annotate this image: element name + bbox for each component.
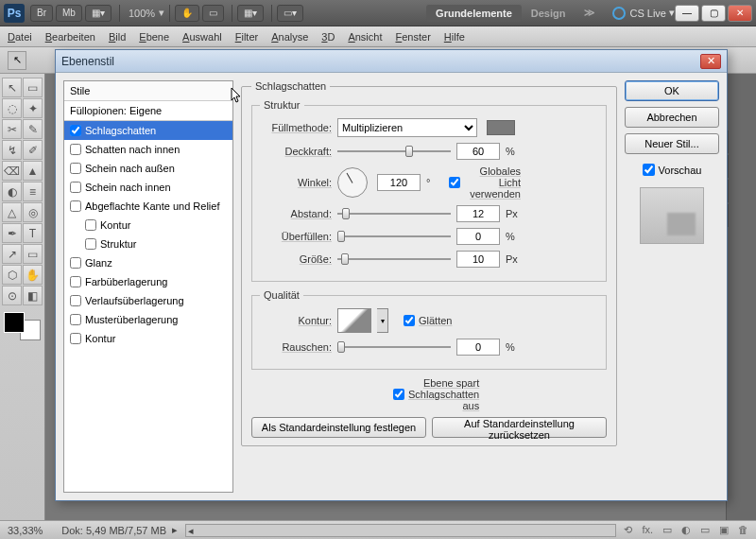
angle-dial[interactable] [337, 167, 368, 198]
tool[interactable]: ⊙ [2, 286, 22, 305]
style-item[interactable]: Schlagschatten [64, 121, 232, 140]
make-default-button[interactable]: Als Standardeinstellung festlegen [251, 417, 426, 438]
toolbar-btn[interactable]: ▦▾ [85, 5, 112, 22]
tool[interactable]: ▲ [23, 161, 43, 181]
menu-item[interactable]: Auswahl [182, 31, 222, 43]
cancel-button[interactable]: Abbrechen [625, 107, 719, 128]
menu-item[interactable]: Bearbeiten [45, 31, 95, 43]
workspace-tab[interactable]: Design [522, 5, 576, 22]
close-button[interactable]: ✕ [728, 5, 752, 22]
menu-item[interactable]: Bild [109, 31, 126, 43]
noise-slider[interactable] [337, 339, 451, 355]
color-swatches[interactable] [4, 312, 41, 340]
tool[interactable]: ◐ [2, 182, 22, 201]
adjust-icon[interactable]: ◐ [681, 524, 691, 536]
shadow-color-swatch[interactable] [487, 120, 515, 135]
knockout-checkbox[interactable]: Ebene spart Schlagschatten aus [393, 377, 465, 411]
size-input[interactable] [456, 251, 500, 268]
reset-default-button[interactable]: Auf Standardeinstellung zurücksetzen [432, 417, 607, 438]
contour-dropdown[interactable]: ▾ [377, 308, 388, 333]
status-zoom[interactable]: 33,33% [8, 525, 43, 536]
mask-icon[interactable]: ▭ [662, 524, 672, 536]
noise-input[interactable] [456, 339, 500, 356]
styles-header[interactable]: Stile [64, 81, 232, 101]
style-item[interactable]: Schein nach innen [64, 178, 232, 197]
style-item[interactable]: Glanz [64, 253, 232, 272]
toolbar-btn[interactable]: Mb [56, 5, 82, 22]
new-style-button[interactable]: Neuer Stil... [625, 133, 719, 154]
fx-icon[interactable]: fx. [642, 524, 653, 536]
toolbar-btn[interactable]: ▭▾ [277, 5, 303, 22]
tool[interactable]: ⌫ [2, 161, 22, 181]
preview-checkbox[interactable]: Vorschau [625, 164, 719, 176]
move-tool-icon[interactable]: ↖ [8, 51, 26, 70]
global-light-checkbox[interactable]: Globales Licht verwenden [449, 165, 521, 200]
tool[interactable]: ≡ [23, 182, 43, 201]
tool[interactable]: ✦ [23, 98, 43, 118]
tool[interactable]: ↖ [2, 78, 22, 97]
style-item[interactable]: Kontur [64, 329, 232, 348]
menu-item[interactable]: Hilfe [444, 31, 465, 43]
tool[interactable]: ▭ [23, 78, 43, 97]
menu-item[interactable]: Filter [235, 31, 258, 43]
tool[interactable]: ✂ [2, 119, 22, 139]
opacity-input[interactable] [456, 143, 500, 160]
toolbar-btn[interactable]: Br [30, 5, 53, 22]
dialog-close-button[interactable]: ✕ [700, 54, 721, 69]
tool[interactable]: ✎ [23, 119, 43, 139]
tool[interactable]: ◎ [23, 202, 43, 222]
new-icon[interactable]: ▣ [719, 524, 729, 536]
zoom-value[interactable]: 100% [129, 8, 155, 19]
spread-slider[interactable] [337, 229, 451, 244]
distance-input[interactable] [456, 205, 500, 222]
toolbar-btn[interactable]: ▭ [202, 5, 224, 22]
distance-slider[interactable] [337, 206, 451, 221]
menu-item[interactable]: Ansicht [348, 31, 382, 43]
tool[interactable]: ◧ [23, 286, 43, 305]
menu-item[interactable]: Ebene [139, 31, 169, 43]
folder-icon[interactable]: ▭ [700, 524, 710, 536]
workspace-tab[interactable]: Grundelemente [426, 5, 522, 22]
tool[interactable]: ✒ [2, 223, 22, 243]
tool[interactable]: ⬡ [2, 265, 22, 285]
cslive-button[interactable]: CS Live▾ [612, 7, 675, 20]
menu-item[interactable]: Fenster [395, 31, 430, 43]
style-item[interactable]: Struktur [64, 235, 232, 253]
minimize-button[interactable]: — [675, 5, 699, 22]
dialog-titlebar[interactable]: Ebenenstil ✕ [56, 50, 727, 73]
tool[interactable]: T [23, 223, 43, 243]
tool[interactable]: ◌ [2, 98, 22, 118]
style-item[interactable]: Musterüberlagerung [64, 310, 232, 329]
tool[interactable]: ↗ [2, 244, 22, 264]
size-slider[interactable] [337, 252, 451, 267]
style-item[interactable]: Farbüberlagerung [64, 272, 232, 291]
workspace-more[interactable]: ≫ [575, 4, 605, 22]
angle-input[interactable] [377, 174, 421, 191]
style-item[interactable]: Schatten nach innen [64, 140, 232, 159]
toolbar-btn[interactable]: ▦▾ [237, 5, 264, 22]
ok-button[interactable]: OK [625, 80, 719, 101]
menu-item[interactable]: Analyse [271, 31, 308, 43]
tool[interactable]: ✐ [23, 140, 43, 160]
style-item[interactable]: Abgeflachte Kante und Relief [64, 197, 232, 216]
tool[interactable]: ✋ [23, 265, 43, 285]
opacity-slider[interactable] [337, 144, 451, 159]
style-item[interactable]: Kontur [64, 216, 232, 235]
antialias-checkbox[interactable]: Glätten [404, 315, 475, 326]
spread-input[interactable] [456, 228, 500, 245]
style-item[interactable]: Verlaufsüberlagerung [64, 291, 232, 310]
contour-preview[interactable] [337, 308, 371, 333]
tool[interactable]: ↯ [2, 140, 22, 160]
menu-item[interactable]: Datei [8, 31, 32, 43]
h-scrollbar[interactable]: ◂ [185, 524, 616, 537]
tool[interactable]: △ [2, 202, 22, 222]
tool[interactable]: ▭ [23, 244, 43, 264]
menu-item[interactable]: 3D [321, 31, 335, 43]
link-icon[interactable]: ⟲ [624, 524, 632, 536]
blend-options[interactable]: Füllopionen: Eigene [64, 101, 232, 121]
toolbar-btn[interactable]: ✋ [175, 5, 199, 22]
style-item[interactable]: Schein nach außen [64, 159, 232, 178]
trash-icon[interactable]: 🗑 [738, 524, 748, 536]
blend-mode-select[interactable]: Multiplizieren [337, 118, 477, 137]
maximize-button[interactable]: ▢ [701, 5, 726, 22]
